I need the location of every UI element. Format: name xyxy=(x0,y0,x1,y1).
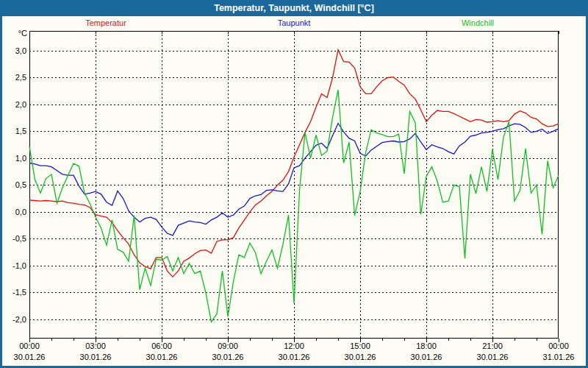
plot-area xyxy=(29,31,559,339)
x-tick-time-label: 21:00 xyxy=(470,342,514,350)
y-tick-label: 1,5 xyxy=(3,127,26,135)
chart-window: Temperatur, Taupunkt, Windchill [°C] Tem… xyxy=(0,0,588,368)
legend-taupunkt: Taupunkt xyxy=(243,18,345,29)
x-tick-time-label: 00:00 xyxy=(7,342,51,350)
x-tick-date-label: 30.01.26 xyxy=(6,353,53,361)
series-line-windchill xyxy=(29,90,559,322)
x-tick-date-label: 30.01.26 xyxy=(72,353,119,361)
y-tick-label: -1,0 xyxy=(3,261,26,270)
y-tick-label: 0,5 xyxy=(3,180,26,189)
y-tick-label: 1,0 xyxy=(3,154,26,163)
title-bar: Temperatur, Taupunkt, Windchill [°C] xyxy=(0,0,588,16)
y-tick-label: -2,0 xyxy=(3,315,26,324)
legend-temperatur: Temperatur xyxy=(54,18,157,29)
y-tick-label: -1,5 xyxy=(3,288,26,297)
y-tick-label: 0,0 xyxy=(3,208,26,216)
x-tick-date-label: 30.01.26 xyxy=(403,353,450,361)
x-tick-date-label: 31.01.26 xyxy=(535,353,582,361)
y-tick-label: 2,0 xyxy=(3,100,26,109)
window-title: Temperatur, Taupunkt, Windchill [°C] xyxy=(214,3,374,13)
y-tick-label: -0,5 xyxy=(3,234,26,243)
x-tick-date-label: 30.01.26 xyxy=(469,353,516,361)
x-tick-time-label: 03:00 xyxy=(74,342,118,350)
x-tick-date-label: 30.01.26 xyxy=(270,353,318,361)
y-axis-unit-label: °C xyxy=(1,29,27,38)
x-tick-time-label: 09:00 xyxy=(206,342,250,350)
x-tick-time-label: 15:00 xyxy=(338,342,382,350)
x-tick-time-label: 18:00 xyxy=(404,342,448,350)
x-tick-time-label: 00:00 xyxy=(537,342,581,350)
plot-svg xyxy=(29,31,559,339)
x-tick-date-label: 30.01.26 xyxy=(337,353,384,361)
x-tick-time-label: 06:00 xyxy=(140,342,184,350)
legend-windchill: Windchill xyxy=(426,18,529,29)
x-tick-date-label: 30.01.26 xyxy=(138,353,185,361)
x-tick-date-label: 30.01.26 xyxy=(204,353,251,361)
x-tick-time-label: 12:00 xyxy=(272,342,316,350)
y-tick-label: 2,5 xyxy=(3,73,26,82)
y-tick-label: 3,0 xyxy=(3,46,26,55)
